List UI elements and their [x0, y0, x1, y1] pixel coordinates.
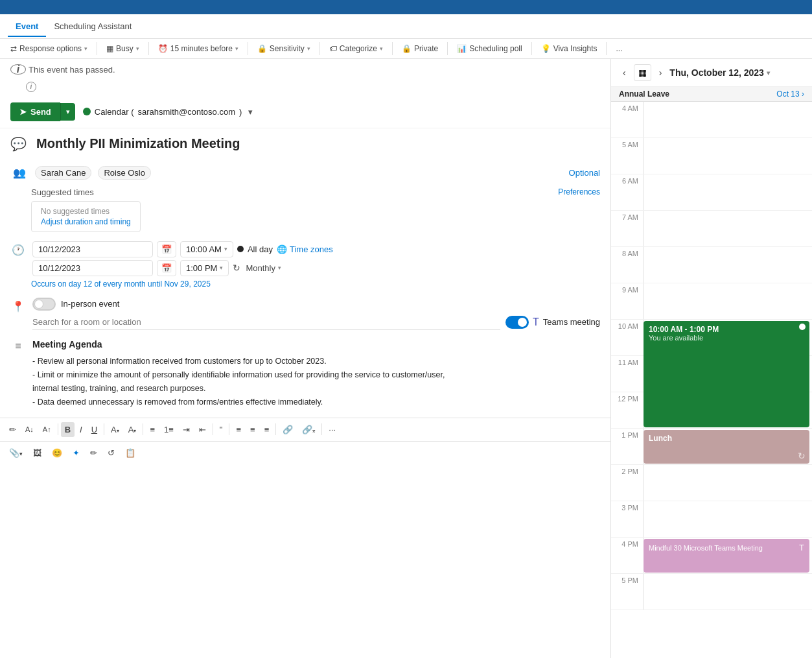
time-row-2pm: 2 PM: [611, 465, 812, 501]
calendar-date-title[interactable]: Thu, October 12, 2023 ▾: [669, 67, 770, 78]
response-options-button[interactable]: ⇄ Response options ▾: [5, 42, 93, 56]
unlink-button[interactable]: 🔗x: [298, 422, 319, 437]
draw-button[interactable]: ✏: [86, 445, 101, 460]
format-paint-button[interactable]: ✏: [5, 422, 20, 437]
font-color-button[interactable]: A▾: [124, 422, 141, 437]
font-size-dec-button[interactable]: A↓: [21, 423, 38, 436]
attendees-row: 👥 Sarah Cane Roise Oslo Optional: [0, 162, 610, 182]
time-label-8am: 8 AM: [611, 247, 644, 283]
reminder-button[interactable]: ⏰ 15 minutes before ▾: [153, 42, 244, 56]
time-content-9am: [644, 283, 812, 319]
image-button[interactable]: 🖼: [29, 445, 45, 460]
ed-sep1: [58, 423, 58, 435]
cal-grid-view-button[interactable]: ▦: [634, 64, 651, 81]
meeting-event-block[interactable]: 10:00 AM - 1:00 PM You are available: [644, 321, 809, 427]
emoji-button[interactable]: 😊: [48, 445, 66, 460]
preferences-button[interactable]: Preferences: [558, 187, 600, 196]
all-day-event-banner: Annual Leave Oct 13 ›: [611, 87, 812, 102]
italic-button[interactable]: I: [76, 422, 86, 437]
time-row-5am: 5 AM: [611, 138, 812, 174]
time-row-3pm: 3 PM: [611, 501, 812, 538]
sep8: [606, 42, 607, 55]
time-label-7am: 7 AM: [611, 211, 644, 246]
align-right-button[interactable]: ≡: [261, 422, 273, 437]
mindful-label: Mindful 30 Microsoft Teams Meeting: [649, 544, 763, 552]
end-date-input[interactable]: [32, 260, 153, 276]
send-dropdown-button[interactable]: ▾: [60, 103, 75, 121]
scheduling-poll-button[interactable]: 📊 Scheduling poll: [452, 42, 527, 56]
bold-button[interactable]: B: [61, 422, 75, 437]
cal-back-button[interactable]: ‹: [619, 65, 630, 80]
suggested-times-section: Suggested times Preferences No suggested…: [0, 182, 610, 237]
end-datetime-row: 📅 1:00 PM ▾ ↻ Monthly ▾: [32, 260, 600, 276]
forms-button[interactable]: 📋: [121, 445, 139, 460]
send-row: ➤ Send ▾ Calendar ( sarahsmith@contoso.c…: [0, 96, 610, 128]
bullets-button[interactable]: ≡: [146, 422, 159, 437]
room-search-input[interactable]: [32, 314, 500, 330]
recurrence-note-row: Occurs on day 12 of every month until No…: [0, 278, 610, 294]
teams-icon: T: [533, 316, 539, 328]
end-date-picker-button[interactable]: 📅: [157, 260, 176, 276]
time-label-1pm: 1 PM: [611, 429, 644, 464]
more-button[interactable]: ...: [610, 42, 627, 56]
more-format-button[interactable]: ···: [325, 422, 340, 437]
end-time-select[interactable]: 1:00 PM ▾: [180, 260, 229, 276]
in-person-toggle[interactable]: [32, 298, 56, 311]
sep1: [97, 42, 97, 55]
loop-button[interactable]: ↺: [104, 445, 119, 460]
time-content-7am: [644, 211, 812, 246]
event-title-input[interactable]: [36, 136, 600, 151]
time-label-10am: 10 AM: [611, 320, 644, 355]
private-button[interactable]: 🔒 Private: [397, 42, 443, 56]
recurrence-button[interactable]: Monthly ▾: [246, 263, 281, 273]
room-search-row: T Teams meeting: [32, 314, 600, 330]
sep4: [319, 42, 320, 55]
attendee-roise[interactable]: Roise Oslo: [98, 166, 151, 180]
cal-forward-button[interactable]: ›: [655, 65, 666, 80]
optional-button[interactable]: Optional: [569, 168, 600, 178]
private-label: Private: [414, 44, 438, 53]
ed-sep3: [143, 423, 143, 435]
start-date-input[interactable]: [32, 241, 153, 257]
lunch-event-block[interactable]: Lunch ↻: [644, 430, 809, 464]
numbering-button[interactable]: 1≡: [160, 422, 178, 437]
attach-button[interactable]: 📎▾: [5, 445, 27, 460]
busy-button[interactable]: ▦ Busy ▾: [101, 42, 145, 56]
start-datetime-row: 📅 10:00 AM ▾ All day 🌐 Time zones: [32, 241, 600, 257]
link-button[interactable]: 🔗: [279, 422, 297, 437]
editor-toolbar: ✏ A↓ A↑ B I U A▾ A▾ ≡ 1≡ ⇥ ⇤ " ≡ ≡ ≡ 🔗 🔗…: [0, 418, 610, 442]
teams-meeting-toggle[interactable]: [505, 316, 529, 329]
time-label-2pm: 2 PM: [611, 465, 644, 501]
start-date-picker-button[interactable]: 📅: [157, 241, 176, 257]
ed-sep2: [104, 423, 104, 435]
highlight-button[interactable]: A▾: [107, 422, 123, 437]
tab-event[interactable]: Event: [8, 16, 46, 36]
align-left-button[interactable]: ≡: [232, 422, 245, 437]
recurrence-chevron: ▾: [278, 265, 281, 271]
viva-insights-button[interactable]: 💡 Viva Insights: [536, 42, 603, 56]
underline-button[interactable]: U: [87, 422, 101, 437]
annual-leave-date[interactable]: Oct 13 ›: [776, 89, 804, 99]
tab-scheduling-assistant[interactable]: Scheduling Assistant: [46, 16, 139, 36]
outdent-button[interactable]: ⇤: [195, 422, 210, 437]
teams-label: Teams meeting: [543, 317, 600, 327]
font-size-inc-button[interactable]: A↑: [39, 423, 55, 436]
indent-button[interactable]: ⇥: [179, 422, 194, 437]
mindful-event-block[interactable]: Mindful 30 Microsoft Teams Meeting T: [644, 539, 809, 573]
timezone-button[interactable]: 🌐 Time zones: [277, 244, 333, 254]
categorize-button[interactable]: 🏷 Categorize ▾: [324, 42, 388, 56]
align-center-button[interactable]: ≡: [246, 422, 259, 437]
more-label: ...: [616, 44, 622, 53]
end-time-value: 1:00 PM: [186, 263, 217, 273]
attendee-sarah[interactable]: Sarah Cane: [35, 166, 91, 180]
adjust-link[interactable]: Adjust duration and timing: [41, 217, 131, 226]
quote-button[interactable]: ": [216, 422, 227, 437]
calendar-chevron[interactable]: ▾: [248, 107, 253, 117]
send-button[interactable]: ➤ Send: [10, 102, 60, 121]
fluent-button[interactable]: ✦: [69, 445, 84, 460]
start-time-select[interactable]: 10:00 AM ▾: [180, 241, 233, 257]
sensitivity-button[interactable]: 🔒 Sensitivity ▾: [252, 42, 316, 56]
top-bar: [0, 0, 812, 14]
allday-toggle: All day: [237, 244, 273, 254]
no-suggested-box: No suggested times Adjust duration and t…: [31, 201, 141, 232]
